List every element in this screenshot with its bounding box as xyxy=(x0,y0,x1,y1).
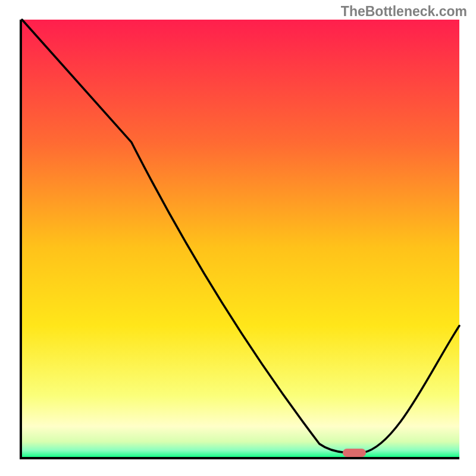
plot-area xyxy=(20,20,459,459)
watermark-text: TheBottleneck.com xyxy=(341,4,467,20)
optimal-marker xyxy=(343,449,365,457)
bottleneck-curve xyxy=(22,20,459,457)
